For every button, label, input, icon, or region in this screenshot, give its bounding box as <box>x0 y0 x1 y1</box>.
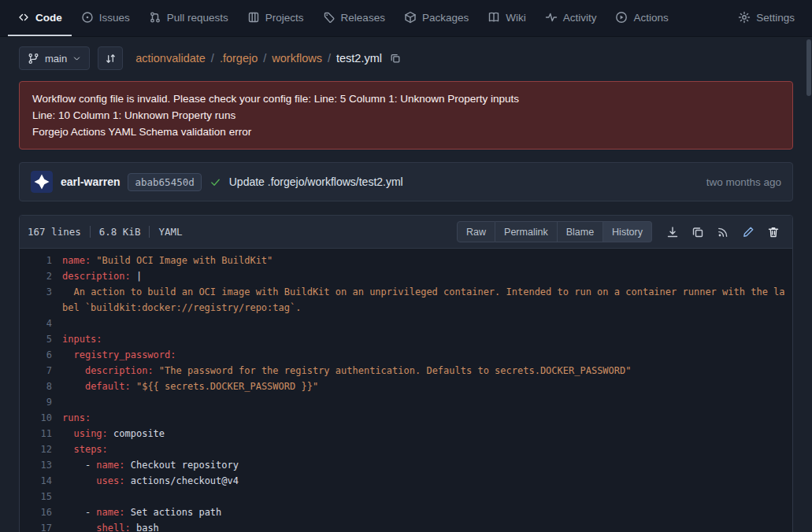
edit-icon <box>742 226 755 238</box>
line-number[interactable]: 15 <box>20 489 62 504</box>
tab-pull-requests[interactable]: Pull requests <box>139 0 238 36</box>
branch-bar: main actionvalidate/.forgejo/workflows/t… <box>19 46 793 70</box>
line-number[interactable]: 9 <box>20 394 62 410</box>
breadcrumb-separator: / <box>263 52 266 65</box>
code-line: 14 uses: actions/checkout@v4 <box>20 473 792 489</box>
file-header: 167 lines 6.8 KiB YAML RawPermalinkBlame… <box>20 216 792 249</box>
gear-icon <box>738 11 751 24</box>
commit-author[interactable]: earl-warren <box>61 175 120 188</box>
download-button[interactable] <box>666 226 679 238</box>
code-icon <box>17 11 30 24</box>
line-number[interactable]: 10 <box>20 410 62 426</box>
tab-code[interactable]: Code <box>8 0 72 36</box>
breadcrumb-item[interactable]: workflows <box>272 52 322 65</box>
breadcrumb-item[interactable]: .forgejo <box>220 52 258 65</box>
line-number[interactable]: 17 <box>20 520 62 532</box>
code-text <box>62 489 792 504</box>
branch-name: main <box>45 53 67 65</box>
file-header-actions: RawPermalinkBlameHistory <box>457 221 784 242</box>
blame-button[interactable]: Blame <box>558 221 603 242</box>
raw-button[interactable]: Raw <box>457 221 495 242</box>
code-text: inputs: <box>62 331 792 347</box>
file-lines-count: 167 lines <box>28 226 81 238</box>
copy-button[interactable] <box>691 226 704 238</box>
issue-icon <box>81 11 94 24</box>
top-navbar: CodeIssuesPull requestsProjectsReleasesP… <box>0 0 812 37</box>
tab-packages[interactable]: Packages <box>395 0 478 36</box>
line-number[interactable]: 14 <box>20 473 62 489</box>
tab-releases[interactable]: Releases <box>313 0 395 36</box>
line-number[interactable]: 11 <box>20 426 62 441</box>
copy-path-button[interactable] <box>390 53 401 64</box>
tab-activity[interactable]: Activity <box>536 0 606 36</box>
tab-label: Issues <box>99 12 130 24</box>
tab-label: Activity <box>563 12 597 24</box>
edit-button[interactable] <box>742 226 755 238</box>
page-scrollbar[interactable] <box>806 38 812 532</box>
copy-icon <box>691 226 704 238</box>
tab-settings-label: Settings <box>756 12 795 24</box>
code-text: default: "${{ secrets.DOCKER_PASSWORD }}… <box>62 379 792 394</box>
code-line: 8 default: "${{ secrets.DOCKER_PASSWORD … <box>20 379 792 394</box>
code-text: description: | <box>62 268 792 284</box>
line-number[interactable]: 1 <box>20 253 62 268</box>
tab-label: Code <box>35 12 62 24</box>
tab-wiki[interactable]: Wiki <box>478 0 536 36</box>
package-icon <box>404 11 417 24</box>
branch-selector[interactable]: main <box>19 46 90 70</box>
breadcrumb-separator: / <box>211 52 214 65</box>
tab-issues[interactable]: Issues <box>72 0 139 36</box>
breadcrumb-item[interactable]: actionvalidate <box>135 52 206 65</box>
history-button[interactable]: History <box>603 221 652 242</box>
line-number[interactable]: 3 <box>20 284 62 316</box>
book-icon <box>488 11 500 24</box>
line-number[interactable]: 7 <box>20 363 62 379</box>
line-number[interactable]: 8 <box>20 379 62 394</box>
line-number[interactable]: 2 <box>20 268 62 284</box>
code-line: 10runs: <box>20 410 792 426</box>
pulse-icon <box>545 11 558 24</box>
tab-label: Releases <box>341 12 385 24</box>
code-line: 12 steps: <box>20 441 792 457</box>
branch-icon <box>28 53 39 65</box>
code-text <box>62 316 792 331</box>
line-number[interactable]: 16 <box>20 504 62 520</box>
line-number[interactable]: 13 <box>20 457 62 473</box>
download-icon <box>666 226 679 238</box>
breadcrumb: actionvalidate/.forgejo/workflows/test2.… <box>135 52 401 65</box>
code-text: shell: bash <box>62 520 792 532</box>
latest-commit-box: earl-warren abab65450d Update .forgejo/w… <box>19 162 793 201</box>
line-number[interactable]: 6 <box>20 347 62 363</box>
commit-status-check[interactable] <box>209 176 221 188</box>
line-number[interactable]: 12 <box>20 441 62 457</box>
error-line: Forgejo Actions YAML Schema validation e… <box>32 124 780 140</box>
delete-button[interactable] <box>767 226 780 238</box>
tab-settings[interactable]: Settings <box>729 0 804 36</box>
commit-sha-badge[interactable]: abab65450d <box>128 173 201 191</box>
divider <box>149 226 150 238</box>
line-number[interactable]: 4 <box>20 316 62 331</box>
page-content: main actionvalidate/.forgejo/workflows/t… <box>0 46 812 532</box>
compare-button[interactable] <box>98 46 123 70</box>
scrollbar-thumb[interactable] <box>806 39 811 96</box>
delete-icon <box>767 226 780 238</box>
code-text: using: composite <box>62 426 792 441</box>
line-number[interactable]: 5 <box>20 331 62 347</box>
avatar[interactable] <box>31 171 53 193</box>
code-line: 7 description: "The password for the reg… <box>20 363 792 379</box>
check-icon <box>209 176 221 188</box>
tab-projects[interactable]: Projects <box>238 0 313 36</box>
permalink-button[interactable]: Permalink <box>495 221 558 242</box>
caret-down-icon <box>72 54 81 63</box>
tab-actions[interactable]: Actions <box>606 0 677 36</box>
code-text <box>62 394 792 410</box>
file-language: YAML <box>158 226 182 238</box>
commit-message[interactable]: Update .forgejo/workflows/test2.yml <box>229 175 403 188</box>
error-line: Line: 10 Column 1: Unknown Property runs <box>32 107 780 124</box>
check-icon <box>209 176 221 188</box>
code-view: 1name: "Build OCI Image with BuildKit"2d… <box>20 249 792 532</box>
code-text: runs: <box>62 410 792 426</box>
rss-button[interactable] <box>717 226 729 238</box>
code-line: 6 registry_password: <box>20 347 792 363</box>
code-text: An action to build an OCI image with Bui… <box>62 284 792 316</box>
